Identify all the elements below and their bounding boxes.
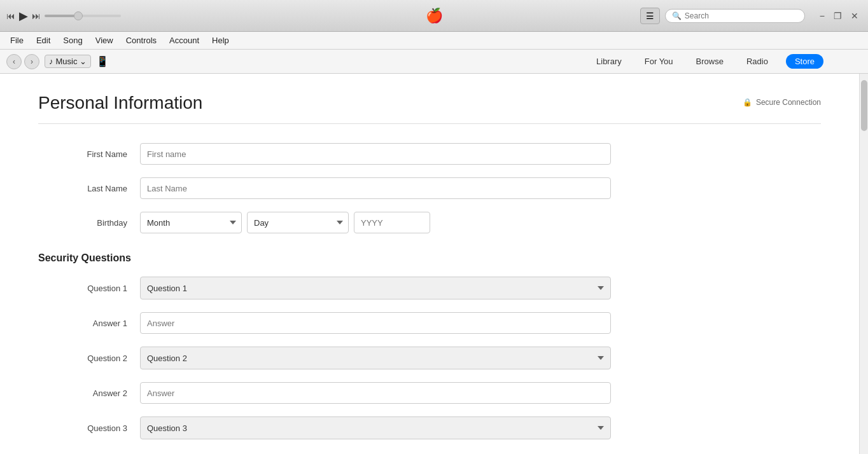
scrollbar-thumb[interactable] [861,80,867,131]
first-name-input[interactable] [140,143,611,165]
nav-arrows: ‹ › [6,54,39,69]
answer1-row: Answer 1 [38,312,611,334]
page-header: Personal Information 🔒 Secure Connection [38,93,821,113]
answer2-row: Answer 2 [38,382,611,404]
chevron-down-icon: ⌄ [80,57,87,66]
question1-select[interactable]: Question 1 [140,277,611,299]
window-controls: − ❐ ✕ [816,10,862,22]
tab-library[interactable]: Library [591,54,627,69]
form-section: First Name Last Name Birthday Month Janu… [38,143,611,439]
close-button[interactable]: ✕ [848,10,862,22]
birthday-row: Birthday Month JanuaryFebruaryMarch Apri… [38,212,611,233]
divider [38,123,821,124]
nav-bar: ‹ › ♪ Music ⌄ 📱 Library For You Browse R… [0,50,868,74]
music-label: Music [56,57,78,66]
search-input[interactable] [685,11,798,20]
title-bar-right: ☰ 🔍 − ❐ ✕ [640,8,862,24]
secure-connection: 🔒 Secure Connection [743,98,821,107]
playback-controls: ⏮ ▶ ⏭ [6,9,121,23]
secure-connection-label: Secure Connection [756,98,821,107]
answer1-label: Answer 1 [38,319,140,328]
page-title: Personal Information [38,93,202,113]
nav-tabs: Library For You Browse Radio Store [591,54,823,69]
year-input[interactable] [354,212,430,233]
day-select[interactable]: Day 1234 5678 9101112 13141516 17181920 … [247,212,349,233]
content-area: Personal Information 🔒 Secure Connection… [0,74,859,454]
device-icon[interactable]: 📱 [96,55,109,67]
month-select[interactable]: Month JanuaryFebruaryMarch AprilMayJune … [140,212,242,233]
forward-button[interactable]: ⏭ [32,11,41,21]
first-name-row: First Name [38,143,611,165]
security-questions-title: Security Questions [38,252,611,264]
question3-select[interactable]: Question 3 [140,416,611,439]
last-name-label: Last Name [38,184,140,193]
first-name-label: First Name [38,149,140,159]
question3-label: Question 3 [38,423,140,433]
last-name-row: Last Name [38,177,611,199]
menu-controls[interactable]: Controls [121,34,162,47]
menu-song[interactable]: Song [58,34,87,47]
nav-back-button[interactable]: ‹ [6,54,22,69]
apple-logo-icon: 🍎 [426,8,443,24]
last-name-input[interactable] [140,177,611,199]
progress-slider[interactable] [45,15,121,17]
question2-row: Question 2 Question 2 [38,347,611,369]
menu-bar: File Edit Song View Controls Account Hel… [0,32,868,50]
music-note-icon: ♪ [49,57,53,66]
birthday-label: Birthday [38,218,140,228]
tab-store[interactable]: Store [786,54,823,69]
question1-label: Question 1 [38,284,140,293]
menu-help[interactable]: Help [207,34,234,47]
minimize-button[interactable]: − [816,10,828,22]
menu-edit[interactable]: Edit [31,34,55,47]
menu-view[interactable]: View [90,34,118,47]
tab-for-you[interactable]: For You [640,54,678,69]
tab-browse[interactable]: Browse [691,54,729,69]
question2-select[interactable]: Question 2 [140,347,611,369]
birthday-fields: Month JanuaryFebruaryMarch AprilMayJune … [140,212,611,233]
search-box: 🔍 [665,9,805,23]
answer2-label: Answer 2 [38,389,140,398]
search-icon: 🔍 [672,11,682,20]
music-selector[interactable]: ♪ Music ⌄ [45,55,91,68]
scrollbar[interactable] [859,74,868,454]
play-button[interactable]: ▶ [19,9,28,23]
restore-button[interactable]: ❐ [830,10,845,22]
answer2-input[interactable] [140,382,611,404]
list-view-button[interactable]: ☰ [640,8,660,24]
main-content: Personal Information 🔒 Secure Connection… [0,74,868,454]
nav-forward-button[interactable]: › [24,54,39,69]
title-bar: ⏮ ▶ ⏭ 🍎 ☰ 🔍 − ❐ ✕ [0,0,868,32]
question1-row: Question 1 Question 1 [38,277,611,299]
progress-thumb [74,11,83,20]
rewind-button[interactable]: ⏮ [6,11,15,21]
tab-radio[interactable]: Radio [741,54,773,69]
question2-label: Question 2 [38,354,140,363]
answer1-input[interactable] [140,312,611,334]
lock-icon: 🔒 [743,98,752,107]
menu-account[interactable]: Account [164,34,204,47]
menu-file[interactable]: File [5,34,29,47]
question3-row: Question 3 Question 3 [38,416,611,439]
